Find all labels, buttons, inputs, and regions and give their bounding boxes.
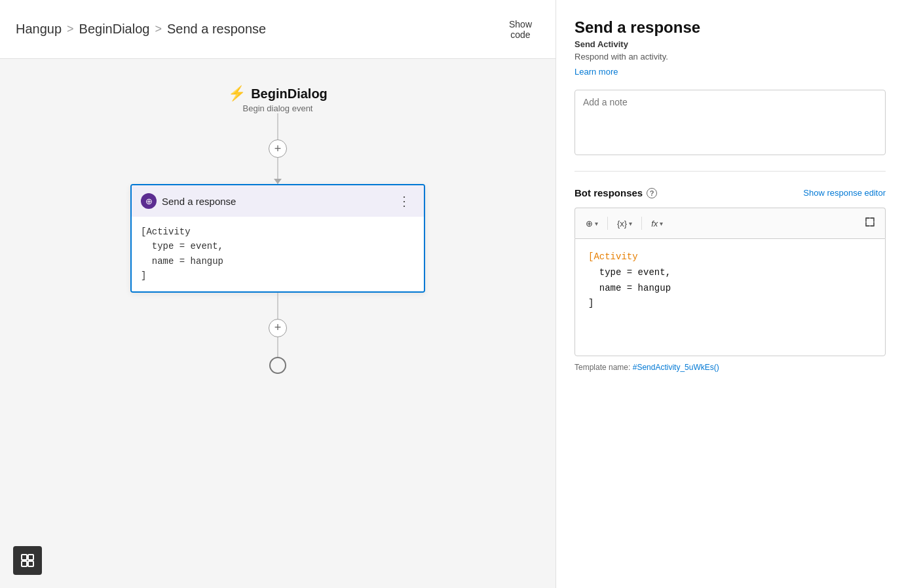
help-icon[interactable]: ? [647,188,657,198]
send-response-icon: ⊕ [141,193,157,209]
bot-icon-button[interactable]: ⊕ ▾ [582,216,602,231]
fx-label: fx [651,219,658,229]
code-line-1: [Activity [141,225,415,239]
svg-rect-2 [22,561,27,566]
after-node: + [269,293,287,374]
action-node-body: [Activity type = event, name = hangup ] [132,217,424,291]
toolbar-sep1 [607,217,608,230]
template-link[interactable]: #SendActivity_5uWkEs() [633,363,719,372]
learn-more-link[interactable]: Learn more [574,67,886,77]
bot-icon: ⊕ [586,219,593,229]
note-textarea[interactable] [574,90,886,155]
expand-icon [864,216,876,228]
bot-chevron-icon: ▾ [595,220,598,227]
template-name: Template name: #SendActivity_5uWkEs() [574,363,886,372]
divider [574,171,886,172]
breadcrumb-hangup: Hangup [16,22,62,37]
connector-line-top [277,113,278,139]
code-editor[interactable]: [Activity type = event, name = hangup ] [574,238,886,356]
top-bar: Hangup > BeginDialog > Send a response S… [0,0,556,59]
breadcrumb: Hangup > BeginDialog > Send a response [16,22,266,37]
code-line-4: ] [141,268,415,283]
add-button-top[interactable]: + [269,139,287,158]
editor-line-3: name = hangup [588,281,872,297]
left-panel: Hangup > BeginDialog > Send a response S… [0,0,556,588]
variables-button[interactable]: {x} ▾ [613,216,636,231]
connector-arrow [277,158,278,184]
code-line-3: name = hangup [141,254,415,268]
svg-rect-3 [28,561,33,566]
action-node-header: ⊕ Send a response ⋮ [132,185,424,217]
bot-responses-header: Bot responses ? Show response editor [574,187,886,198]
action-node-title: ⊕ Send a response [141,193,236,209]
bot-responses-title: Bot responses ? [574,187,657,198]
begin-dialog-header: ⚡ BeginDialog Begin dialog event [228,85,328,113]
expand-button[interactable] [861,213,878,233]
variables-label: {x} [617,219,627,229]
panel-title: Send a response [574,18,886,37]
connector-line-bottom [277,293,278,319]
editor-line-2: type = event, [588,265,872,281]
canvas-area: ⚡ BeginDialog Begin dialog event + ⊕ Sen… [0,59,556,588]
begin-dialog-node: ⚡ BeginDialog Begin dialog event + ⊕ Sen… [130,85,425,374]
right-panel: Send a response Send Activity Respond wi… [556,0,904,588]
breadcrumb-send-response: Send a response [167,22,266,37]
layout-icon [20,553,35,568]
breadcrumb-sep2: > [155,22,162,36]
begin-dialog-title: ⚡ BeginDialog [228,85,328,102]
code-line-2: type = event, [141,239,415,253]
fx-button[interactable]: fx ▾ [647,216,667,231]
action-node-menu-button[interactable]: ⋮ [394,192,415,210]
add-button-bottom[interactable]: + [269,319,287,337]
breadcrumb-sep1: > [67,22,74,36]
toolbar-sep2 [641,217,642,230]
show-response-editor-link[interactable]: Show response editor [803,188,886,198]
editor-line-1: [Activity [588,249,872,265]
variables-chevron-icon: ▾ [629,220,632,227]
panel-description: Respond with an activity. [574,52,886,62]
editor-line-4: ] [588,296,872,312]
breadcrumb-begin-dialog: BeginDialog [79,22,150,37]
connector-line-end [277,337,278,357]
svg-rect-1 [28,555,33,560]
show-code-button[interactable]: Show code [501,14,540,45]
fx-chevron-icon: ▾ [660,220,663,227]
begin-dialog-subtitle: Begin dialog event [243,103,313,113]
action-node: ⊕ Send a response ⋮ [Activity type = eve… [130,184,425,293]
lightning-icon: ⚡ [228,85,246,102]
panel-subtitle: Send Activity [574,39,886,49]
editor-toolbar: ⊕ ▾ {x} ▾ fx ▾ [574,208,886,238]
svg-rect-0 [22,555,27,560]
end-circle [269,357,286,374]
bottom-left-icon[interactable] [13,546,42,575]
